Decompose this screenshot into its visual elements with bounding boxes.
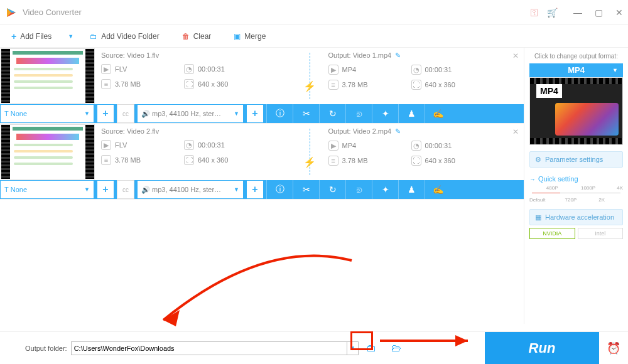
audio-select[interactable]: 🔊 mp3, 44100 Hz, ster…▼ — [137, 104, 244, 123]
merge-label: Merge — [244, 32, 266, 41]
size-icon: ≡ — [101, 79, 111, 89]
remove-item-button[interactable]: ✕ — [512, 127, 519, 136]
output-size: 3.78 MB — [342, 81, 368, 88]
edit-name-icon[interactable]: ✎ — [395, 51, 401, 59]
video-thumbnail[interactable] — [1, 124, 95, 179]
subtitle-value: None — [11, 110, 27, 117]
size-icon: ≡ — [328, 156, 338, 166]
clear-button[interactable]: 🗑Clear — [171, 25, 223, 47]
cc-button[interactable]: cc — [117, 104, 134, 123]
chevron-down-icon: ▼ — [234, 186, 239, 193]
output-duration: 00:00:31 — [425, 66, 452, 73]
trash-icon: 🗑 — [182, 32, 190, 41]
output-format-select[interactable]: MP4▼ — [529, 63, 623, 77]
output-duration: 00:00:31 — [425, 142, 452, 149]
format-icon: ▶ — [101, 140, 111, 150]
source-size: 3.78 MB — [115, 80, 141, 88]
maximize-button[interactable]: ▢ — [595, 8, 603, 18]
output-format: MP4 — [342, 66, 357, 73]
open-folder-icon[interactable]: 🗀 — [366, 343, 376, 354]
close-button[interactable]: ✕ — [615, 8, 623, 18]
parameter-settings-label: Parameter settings — [545, 156, 603, 163]
speaker-icon: 🔊 — [141, 110, 150, 118]
add-subtitle-button[interactable]: + — [97, 180, 114, 199]
info-tool-icon[interactable]: ⓘ — [266, 180, 293, 199]
subtitle-select[interactable]: T None▼ — [0, 104, 94, 123]
edit-tool-icon[interactable]: ✍ — [425, 180, 451, 199]
file-list: Source: Video 1.flv ▶FLV ◔00:00:31 ≡3.78… — [0, 48, 524, 324]
add-audio-button[interactable]: + — [246, 104, 264, 123]
add-files-button[interactable]: +Add Files — [0, 25, 63, 47]
watermark-tool-icon[interactable]: ♟ — [398, 180, 425, 199]
effect-tool-icon[interactable]: ✦ — [372, 104, 398, 123]
add-files-caret-icon[interactable]: ▼ — [68, 33, 73, 40]
format-preview[interactable]: MP4 — [529, 77, 623, 145]
source-title: Source: Video 2.flv — [101, 127, 291, 135]
add-audio-button[interactable]: + — [246, 180, 264, 199]
source-resolution: 640 x 360 — [198, 156, 228, 164]
add-files-label: Add Files — [20, 32, 51, 41]
parameter-settings-button[interactable]: ⚙Parameter settings — [529, 151, 623, 168]
effect-tool-icon[interactable]: ✦ — [372, 180, 398, 199]
output-folder-label: Output folder: — [25, 345, 67, 352]
cut-tool-icon[interactable]: ✂ — [293, 104, 319, 123]
crop-tool-icon[interactable]: ⟄ — [345, 180, 372, 199]
rotate-tool-icon[interactable]: ↻ — [319, 104, 345, 123]
key-icon[interactable]: ⚿ — [526, 8, 543, 18]
edit-tool-icon[interactable]: ✍ — [425, 104, 451, 123]
folder-icon: 🗀 — [90, 32, 97, 41]
scale-tick: 480P — [546, 185, 558, 191]
remove-item-button[interactable]: ✕ — [512, 51, 519, 60]
quick-setting-slider[interactable]: 480P 1080P 4K Default 720P 2K — [529, 185, 623, 203]
output-folder-caret[interactable]: ▼ — [347, 341, 359, 355]
format-badge: MP4 — [536, 84, 562, 98]
output-format: MP4 — [342, 142, 357, 149]
scale-tick: Default — [529, 197, 545, 203]
source-format: FLV — [115, 65, 127, 73]
resolution-icon: ⛶ — [184, 155, 194, 165]
scale-tick: 4K — [617, 185, 623, 191]
video-thumbnail[interactable] — [1, 48, 95, 104]
output-folder-input[interactable] — [71, 341, 347, 355]
cart-icon[interactable]: 🛒 — [543, 8, 561, 18]
watermark-tool-icon[interactable]: ♟ — [398, 104, 425, 123]
hardware-acceleration-button[interactable]: ▦Hardware acceleration — [529, 209, 623, 225]
change-format-label: Click to change output format: — [529, 53, 623, 60]
add-subtitle-button[interactable]: + — [97, 104, 114, 123]
cc-button[interactable]: cc — [117, 180, 134, 199]
info-tool-icon[interactable]: ⓘ — [266, 104, 293, 123]
edit-name-icon[interactable]: ✎ — [395, 127, 401, 135]
output-title: Output: Video 1.mp4 — [328, 51, 392, 59]
sliders-icon: ⚙ — [535, 156, 541, 164]
size-icon: ≡ — [101, 155, 111, 165]
app-logo — [5, 6, 18, 19]
merge-button[interactable]: ▣Merge — [222, 25, 277, 47]
audio-select[interactable]: 🔊 mp3, 44100 Hz, ster…▼ — [137, 180, 244, 199]
run-button[interactable]: Run — [485, 332, 599, 365]
clock-icon: ◔ — [184, 140, 194, 150]
size-icon: ≡ — [328, 80, 338, 90]
output-title: Output: Video 2.mp4 — [328, 127, 392, 135]
app-title: Video Converter — [23, 8, 526, 17]
subtitle-select[interactable]: T None▼ — [0, 180, 94, 199]
resolution-icon: ⛶ — [411, 156, 421, 166]
clear-label: Clear — [193, 32, 212, 41]
plus-icon: + — [11, 31, 16, 41]
audio-value: mp3, 44100 Hz, ster… — [152, 110, 221, 117]
cut-tool-icon[interactable]: ✂ — [293, 180, 319, 199]
source-title: Source: Video 1.flv — [101, 51, 291, 59]
intel-badge: Intel — [578, 228, 624, 239]
footer-bar: Output folder: ▼ 🗀 🗁 Run ⏰ — [0, 331, 628, 364]
scheduler-icon[interactable]: ⏰ — [599, 332, 628, 365]
browse-folder-icon[interactable]: 🗁 — [391, 343, 401, 354]
source-format: FLV — [115, 141, 127, 149]
add-video-folder-button[interactable]: 🗀Add Video Folder — [78, 25, 171, 47]
rotate-tool-icon[interactable]: ↻ — [319, 180, 345, 199]
format-icon: ▶ — [328, 141, 338, 151]
crop-tool-icon[interactable]: ⟄ — [345, 104, 372, 123]
chevron-down-icon: ▼ — [612, 63, 618, 77]
audio-value: mp3, 44100 Hz, ster… — [152, 186, 221, 193]
bolt-icon: ⚡ — [303, 80, 316, 92]
minimize-button[interactable]: — — [573, 8, 582, 18]
clock-icon: ◔ — [411, 65, 421, 75]
